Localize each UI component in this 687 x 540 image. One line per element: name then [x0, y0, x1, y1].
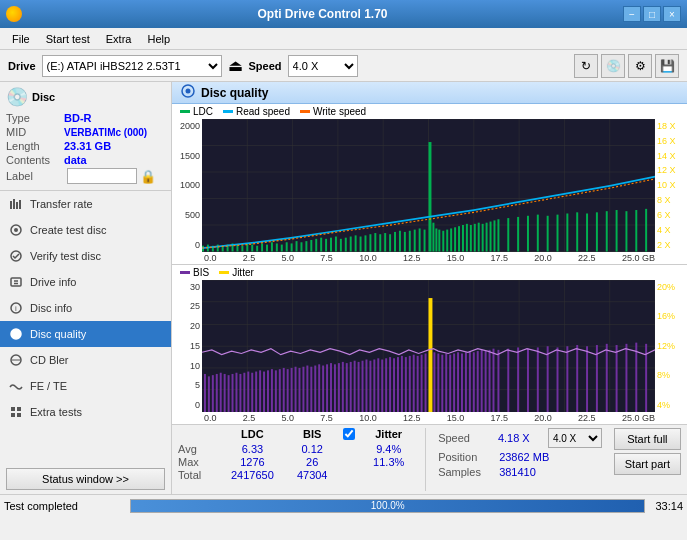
drive-select[interactable]: (E:) ATAPI iHBS212 2.53T1 — [42, 55, 222, 77]
menu-start-test[interactable]: Start test — [38, 31, 98, 47]
disc-quality-label: Disc quality — [30, 328, 86, 340]
bis-legend-dot: BIS — [180, 267, 209, 278]
svg-rect-17 — [11, 413, 15, 417]
sidebar-item-disc-quality[interactable]: Disc quality — [0, 321, 171, 347]
refresh-icon[interactable]: ↻ — [574, 54, 598, 78]
disc-label-row: Label 🔒 — [6, 168, 165, 184]
svg-rect-180 — [385, 358, 387, 412]
label-input[interactable] — [67, 168, 137, 184]
svg-rect-189 — [421, 354, 423, 412]
svg-rect-110 — [586, 213, 588, 251]
svg-rect-163 — [318, 364, 320, 412]
label-label: Label — [6, 170, 64, 182]
svg-rect-73 — [379, 234, 381, 251]
avg-jitter: 9.4% — [364, 443, 413, 455]
svg-rect-157 — [295, 366, 297, 412]
svg-rect-48 — [256, 246, 258, 252]
svg-rect-135 — [208, 376, 210, 412]
progress-value: 100.0% — [371, 500, 405, 511]
menu-help[interactable]: Help — [139, 31, 178, 47]
svg-rect-71 — [369, 234, 371, 251]
svg-rect-7 — [11, 278, 21, 286]
extra-tests-icon — [8, 404, 24, 420]
close-button[interactable]: × — [663, 6, 681, 22]
svg-rect-168 — [338, 363, 340, 412]
svg-rect-134 — [204, 373, 206, 412]
svg-rect-222 — [635, 342, 637, 412]
drive-icon-group: ↻ 💿 ⚙ 💾 — [574, 54, 679, 78]
svg-rect-68 — [355, 235, 357, 251]
menu-extra[interactable]: Extra — [98, 31, 140, 47]
eject-btn-icon[interactable]: 💿 — [601, 54, 625, 78]
svg-rect-50 — [266, 245, 268, 252]
main-content: Disc quality LDC Read speed Wr — [172, 82, 687, 494]
drive-info-icon — [8, 274, 24, 290]
chart1-legend: LDC Read speed Write speed — [172, 104, 687, 119]
svg-rect-150 — [267, 370, 269, 412]
svg-rect-197 — [453, 353, 455, 412]
svg-rect-151 — [271, 369, 273, 412]
svg-rect-182 — [393, 358, 395, 412]
eject-icon: ⏏ — [228, 56, 243, 75]
position-label: Position — [438, 451, 493, 463]
svg-rect-183 — [397, 357, 399, 412]
sidebar-item-verify-test-disc[interactable]: Verify test disc — [0, 243, 171, 269]
sidebar-item-drive-info[interactable]: Drive info — [0, 269, 171, 295]
transfer-rate-label: Transfer rate — [30, 198, 93, 210]
svg-rect-83 — [429, 142, 432, 251]
sidebar-item-cd-bler[interactable]: CD Bler — [0, 347, 171, 373]
svg-rect-53 — [281, 245, 283, 252]
speed-select[interactable]: 4.0 X 1.0 X 2.0 X 8.0 X — [288, 55, 358, 77]
menu-file[interactable]: File — [4, 31, 38, 47]
svg-rect-79 — [409, 231, 411, 252]
maximize-button[interactable]: □ — [643, 6, 661, 22]
sidebar-item-disc-info[interactable]: i Disc info — [0, 295, 171, 321]
contents-label: Contents — [6, 154, 64, 166]
svg-rect-195 — [445, 353, 447, 412]
svg-rect-154 — [283, 367, 285, 412]
svg-rect-186 — [409, 355, 411, 412]
sidebar-item-extra-tests[interactable]: Extra tests — [0, 399, 171, 425]
svg-rect-98 — [486, 223, 488, 252]
svg-rect-62 — [325, 239, 327, 252]
start-full-button[interactable]: Start full — [614, 428, 681, 450]
speed-stat-select[interactable]: 4.0 X — [548, 428, 602, 448]
stats-bar: LDC BIS Jitter Avg 6.33 0.12 9.4% — [172, 424, 687, 494]
save-icon[interactable]: 💾 — [655, 54, 679, 78]
svg-rect-139 — [224, 373, 226, 412]
svg-rect-160 — [306, 365, 308, 412]
svg-rect-89 — [450, 228, 452, 251]
disc-contents-row: Contents data — [6, 154, 165, 166]
disc-mid-row: MID VERBATIMc (000) — [6, 126, 165, 138]
sidebar-item-fe-te[interactable]: FE / TE — [0, 373, 171, 399]
sidebar-item-transfer-rate[interactable]: Transfer rate — [0, 191, 171, 217]
svg-rect-140 — [228, 375, 230, 412]
svg-rect-156 — [291, 367, 293, 412]
svg-rect-220 — [616, 345, 618, 412]
svg-rect-61 — [320, 238, 322, 252]
svg-rect-87 — [442, 231, 444, 252]
svg-rect-179 — [381, 359, 383, 412]
svg-rect-96 — [478, 223, 480, 252]
jitter-checkbox[interactable] — [343, 428, 355, 440]
sidebar-item-create-test-disc[interactable]: Create test disc — [0, 217, 171, 243]
status-window-button[interactable]: Status window >> — [6, 468, 165, 490]
max-ldc: 1276 — [223, 456, 282, 468]
mid-value: VERBATIMc (000) — [64, 127, 147, 138]
svg-point-13 — [14, 332, 18, 336]
svg-rect-100 — [493, 220, 495, 251]
svg-rect-70 — [364, 235, 366, 251]
start-part-button[interactable]: Start part — [614, 453, 681, 475]
cd-bler-icon — [8, 352, 24, 368]
disc-info-panel: 💿 Disc Type BD-R MID VERBATIMc (000) Len… — [0, 82, 171, 191]
svg-rect-173 — [358, 361, 360, 412]
svg-rect-92 — [462, 225, 464, 252]
svg-rect-49 — [261, 243, 263, 251]
settings-icon[interactable]: ⚙ — [628, 54, 652, 78]
svg-rect-200 — [465, 352, 467, 412]
minimize-button[interactable]: − — [623, 6, 641, 22]
app-icon — [6, 6, 22, 22]
svg-rect-107 — [557, 215, 559, 252]
svg-rect-77 — [399, 231, 401, 252]
svg-rect-138 — [220, 372, 222, 412]
